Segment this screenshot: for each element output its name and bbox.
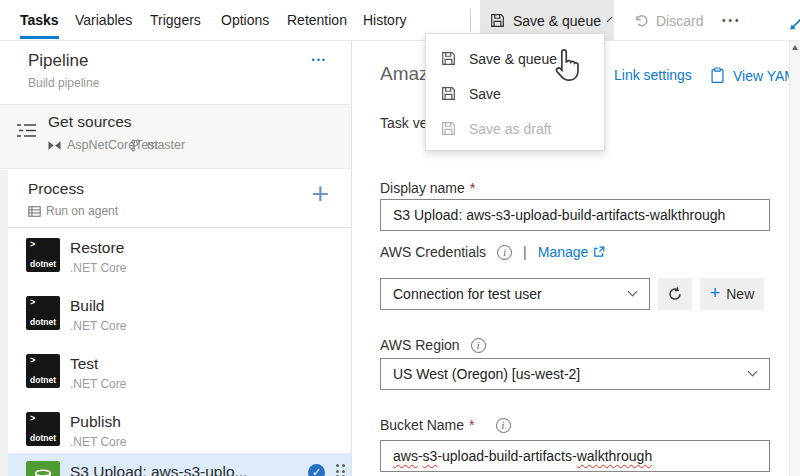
chevron-down-icon xyxy=(607,16,613,22)
discard-label: Discard xyxy=(656,13,703,29)
aws-credentials-label: AWS Credentials xyxy=(380,244,486,260)
branch-icon xyxy=(130,139,141,152)
visual-studio-icon xyxy=(48,140,61,151)
info-icon[interactable]: i xyxy=(471,338,486,353)
required-asterisk: * xyxy=(469,417,474,433)
sources-icon xyxy=(17,123,36,138)
tab-options[interactable]: Options xyxy=(221,0,269,41)
aws-credentials-row: AWS Credentials i | Manage xyxy=(380,244,605,260)
s3-bucket-icon xyxy=(26,461,60,476)
aws-region-select[interactable]: US West (Oregon) [us-west-2] xyxy=(380,358,770,390)
save-icon xyxy=(441,86,456,101)
external-link-icon xyxy=(593,246,605,258)
refresh-credentials-button[interactable] xyxy=(658,278,692,310)
save-dropdown-menu: Save & queue Save Save as draft xyxy=(425,33,605,151)
get-sources-title: Get sources xyxy=(48,113,132,131)
tab-triggers[interactable]: Triggers xyxy=(150,0,201,41)
pipeline-toolbar: Tasks Variables Triggers Options Retenti… xyxy=(0,0,800,41)
display-name-input[interactable]: S3 Upload: aws-s3-upload-build-artifacts… xyxy=(380,199,770,231)
info-icon[interactable]: i xyxy=(497,245,512,260)
link-settings-button[interactable]: Link settings xyxy=(590,67,692,83)
aws-credentials-value: Connection for test user xyxy=(393,286,542,302)
dotnet-chevron: > xyxy=(30,239,35,249)
scrollbar-up-arrow[interactable] xyxy=(792,45,798,50)
save-and-queue-label: Save & queue xyxy=(513,13,601,29)
task-title: Restore xyxy=(70,239,124,257)
task-title: Publish xyxy=(70,413,121,431)
fullscreen-arrows-icon[interactable] xyxy=(786,10,800,34)
tab-tasks[interactable]: Tasks xyxy=(20,0,59,41)
task-subtitle: .NET Core xyxy=(70,319,126,333)
info-icon[interactable]: i xyxy=(496,418,511,433)
task-subtitle: .NET Core xyxy=(70,377,126,391)
tab-retention[interactable]: Retention xyxy=(287,0,347,41)
new-label: New xyxy=(726,286,754,302)
get-sources-item[interactable]: Get sources AspNetCoreTest master xyxy=(0,104,351,169)
chevron-down-icon xyxy=(628,287,638,297)
save-icon xyxy=(441,121,456,136)
dotnet-chevron: > xyxy=(30,297,35,307)
process-title: Process xyxy=(28,180,84,198)
clipboard-icon xyxy=(710,67,725,84)
menu-item-save-as-draft: Save as draft xyxy=(426,111,604,146)
process-header[interactable]: Process Run on agent + xyxy=(8,175,351,228)
dotnet-chevron: > xyxy=(30,355,35,365)
task-row-build[interactable]: > dotnet Build .NET Core xyxy=(8,291,351,349)
dotnet-icon: > dotnet xyxy=(26,238,60,272)
new-credentials-button[interactable]: + New xyxy=(700,278,764,310)
plus-icon: + xyxy=(710,283,721,304)
label-text: Display name xyxy=(380,180,465,196)
dotnet-chevron: > xyxy=(30,413,35,423)
add-task-button[interactable]: + xyxy=(311,179,329,209)
undo-icon xyxy=(634,13,649,28)
bucket-name-input[interactable]: aws-s3-upload-build-artifacts-walkthroug… xyxy=(380,440,770,472)
pipeline-more-button[interactable]: ••• xyxy=(312,55,327,65)
bucket-name-value: aws-s3-upload-build-artifacts-walkthroug… xyxy=(393,448,652,464)
aws-region-value: US West (Oregon) [us-west-2] xyxy=(393,366,580,382)
pipeline-title: Pipeline xyxy=(28,51,89,71)
agent-icon xyxy=(28,206,41,217)
dotnet-label: dotnet xyxy=(26,259,60,269)
branch-label: master xyxy=(147,138,185,152)
aws-credentials-select[interactable]: Connection for test user xyxy=(380,278,650,310)
tab-variables[interactable]: Variables xyxy=(75,0,132,41)
link-settings-label: Link settings xyxy=(614,67,692,83)
dotnet-label: dotnet xyxy=(26,317,60,327)
task-row-s3-upload-selected[interactable]: S3 Upload: aws-s3-uplo ✓ xyxy=(8,453,351,476)
menu-item-save-and-queue[interactable]: Save & queue xyxy=(426,41,604,76)
task-row-test[interactable]: > dotnet Test .NET Core xyxy=(8,349,351,407)
sidebar-scrollbar[interactable] xyxy=(0,170,8,476)
discard-button[interactable]: Discard xyxy=(634,0,703,41)
aws-region-label: AWS Region i xyxy=(380,337,486,353)
tab-history[interactable]: History xyxy=(363,0,407,41)
branch-name: master xyxy=(130,138,185,152)
required-asterisk: * xyxy=(470,180,475,196)
chevron-down-icon xyxy=(748,367,758,377)
display-name-value: S3 Upload: aws-s3-upload-build-artifacts… xyxy=(393,207,725,223)
task-title: Test xyxy=(70,355,98,373)
task-subtitle: .NET Core xyxy=(70,435,126,449)
task-row-restore[interactable]: > dotnet Restore .NET Core xyxy=(8,233,351,291)
dotnet-icon: > dotnet xyxy=(26,354,60,388)
menu-item-save[interactable]: Save xyxy=(426,76,604,111)
task-subtitle: .NET Core xyxy=(70,261,126,275)
display-name-label: Display name * xyxy=(380,180,475,196)
save-icon xyxy=(490,13,505,28)
pipe-divider: | xyxy=(523,244,527,260)
panel-scrollbar[interactable] xyxy=(789,41,800,476)
dotnet-icon: > dotnet xyxy=(26,296,60,330)
drag-grip-icon[interactable] xyxy=(336,464,345,476)
task-title: S3 Upload: aws-s3-uplo xyxy=(70,463,247,476)
label-text: Bucket Name xyxy=(380,417,464,433)
more-actions-button[interactable]: ••• xyxy=(722,0,742,41)
selected-check-icon: ✓ xyxy=(308,464,325,476)
bucket-name-label: Bucket Name * i xyxy=(380,417,511,433)
dotnet-label: dotnet xyxy=(26,375,60,385)
save-icon xyxy=(441,51,456,66)
pipeline-sidebar: Pipeline Build pipeline ••• Get sources … xyxy=(0,41,352,476)
process-subtitle: Run on agent xyxy=(46,204,118,218)
manage-link[interactable]: Manage xyxy=(538,244,606,260)
view-yaml-button[interactable]: View YAML xyxy=(710,67,800,84)
refresh-icon xyxy=(667,286,683,302)
manage-label: Manage xyxy=(538,244,589,260)
